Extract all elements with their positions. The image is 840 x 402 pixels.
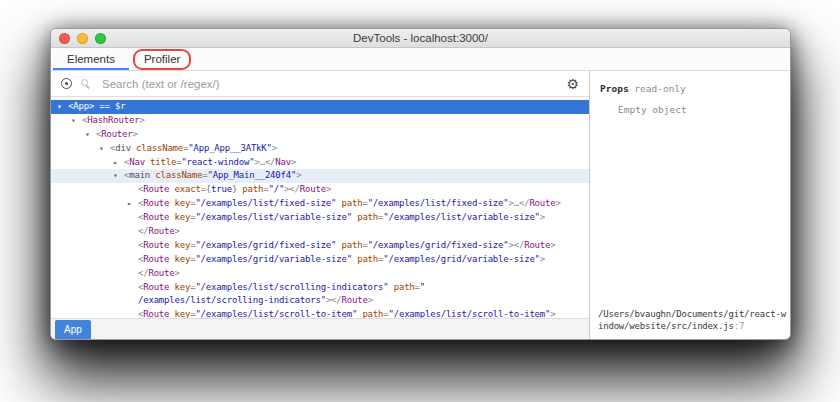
devtools-window: DevTools - localhost:3000/ ElementsProfi…: [50, 28, 791, 340]
collapse-arrow-icon[interactable]: ▾: [57, 100, 68, 114]
code-segment-tag: Route: [143, 254, 169, 264]
code-segment-bracket: >: [296, 170, 301, 180]
code-segment-value: "/examples/list/fixed-size": [368, 198, 509, 208]
code-segment-bracket: </: [265, 157, 275, 167]
code-segment-tag: Route: [524, 240, 550, 250]
tab-elements[interactable]: Elements: [53, 48, 129, 70]
collapse-arrow-icon[interactable]: ▾: [113, 169, 124, 183]
code-segment-attr: title: [145, 157, 176, 167]
code-segment-tag: HashRouter: [87, 115, 139, 125]
code-segment-attr: key: [169, 240, 190, 250]
props-title: Props: [600, 83, 629, 94]
tree-row[interactable]: <Route exact={true} path="/"></Route>: [51, 183, 589, 197]
code-segment-bracket: >: [550, 309, 555, 318]
expand-arrow-icon[interactable]: ▸: [113, 156, 124, 170]
tree-row[interactable]: <Route key="/examples/list/scrolling-ind…: [51, 281, 589, 295]
title-bar: DevTools - localhost:3000/: [51, 29, 790, 48]
code-segment-attr: path: [357, 309, 383, 318]
expand-arrow-icon[interactable]: ▸: [127, 197, 138, 211]
code-segment-bracket: ></: [509, 240, 525, 250]
code-segment-tag: Route: [529, 198, 555, 208]
tree-row[interactable]: /examples/list/scrolling-indicators"></R…: [51, 294, 589, 308]
code-segment-tag: Nav: [129, 157, 145, 167]
source-line: :7: [734, 321, 744, 331]
code-segment-value: /examples/list/scrolling-indicators": [138, 295, 326, 305]
element-tree: ▾<App> == $r▾<HashRouter>▾<Router>▾<div …: [51, 97, 589, 318]
minimize-button[interactable]: [77, 33, 88, 44]
code-segment-value: "/examples/grid/fixed-size": [368, 240, 509, 250]
code-segment-value: "/": [268, 184, 284, 194]
collapse-arrow-icon[interactable]: ▾: [71, 114, 82, 128]
code-segment-attr: className: [150, 170, 202, 180]
code-segment-host: div: [115, 143, 131, 153]
code-segment-bracket: >: [175, 226, 180, 236]
tab-bar: ElementsProfiler: [51, 48, 790, 71]
code-segment-tag: Route: [143, 240, 169, 250]
code-segment-attr: path: [352, 212, 378, 222]
component-breadcrumb-bar: App: [51, 318, 589, 340]
code-segment-value: "/examples/grid/fixed-size": [195, 240, 336, 250]
gear-icon[interactable]: ⚙: [566, 77, 579, 91]
code-segment-attr: path: [389, 282, 415, 292]
code-segment-attr: path: [336, 198, 362, 208]
code-segment-value: ": [420, 282, 425, 292]
tree-row[interactable]: <Route key="/examples/list/variable-size…: [51, 211, 589, 225]
code-segment-bracket: >: [326, 184, 331, 194]
code-segment-bracket: >: [556, 198, 561, 208]
tree-row[interactable]: </Route>: [51, 225, 589, 239]
code-segment-value: "App_App__3ATkK": [188, 143, 272, 153]
main-split: ⚙ ▾<App> == $r▾<HashRouter>▾<Router>▾<di…: [51, 71, 790, 340]
code-segment-attr: className: [131, 143, 183, 153]
tree-row[interactable]: <Route key="/examples/grid/variable-size…: [51, 253, 589, 267]
code-segment-plain: == $r: [94, 101, 125, 111]
collapse-arrow-icon[interactable]: ▾: [85, 128, 96, 142]
code-segment-attr: path: [336, 240, 362, 250]
code-segment-value: "react-window": [181, 157, 254, 167]
tree-row[interactable]: <Route key="/examples/grid/fixed-size" p…: [51, 239, 589, 253]
code-segment-bracket: >: [540, 254, 545, 264]
collapse-arrow-icon[interactable]: ▾: [99, 142, 110, 156]
code-segment-bracket: ></: [326, 295, 342, 305]
code-segment-attr: key: [169, 282, 190, 292]
code-segment-tag: Nav: [275, 157, 291, 167]
code-segment-tag: Router: [101, 129, 132, 139]
code-segment-bracket: </: [519, 198, 529, 208]
tree-row[interactable]: <Route key="/examples/list/scroll-to-ite…: [51, 308, 589, 318]
props-mode: read-only: [634, 83, 685, 94]
tree-row[interactable]: </Route>: [51, 267, 589, 281]
inspect-element-icon[interactable]: [61, 78, 72, 89]
code-segment-bracket: </: [138, 226, 148, 236]
tree-row[interactable]: ▾<div className="App_App__3ATkK">: [51, 142, 589, 156]
tree-row[interactable]: ▾<Router>: [51, 128, 589, 142]
code-segment-attr: exact: [169, 184, 200, 194]
code-segment-bracket: >: [272, 143, 277, 153]
code-segment-attr: path: [352, 254, 378, 264]
code-segment-value: "/examples/list/variable-size": [383, 212, 540, 222]
code-segment-tag: Route: [342, 295, 368, 305]
tree-row[interactable]: ▾<App> == $r: [51, 100, 589, 114]
code-segment-bracket: ></: [284, 184, 300, 194]
search-icon: [81, 79, 91, 89]
tree-row[interactable]: ▸<Route key="/examples/list/fixed-size" …: [51, 197, 589, 211]
tree-row[interactable]: ▸<Nav title="react-window">…</Nav>: [51, 156, 589, 170]
tree-row[interactable]: ▾<main className="App_Main__240f4">: [51, 169, 589, 183]
props-header: Props read-only: [590, 71, 790, 94]
code-segment-keyword: true: [211, 184, 232, 194]
component-badge-app[interactable]: App: [55, 320, 91, 340]
tree-row[interactable]: ▾<HashRouter>: [51, 114, 589, 128]
close-button[interactable]: [59, 33, 70, 44]
code-segment-value: "/examples/grid/variable-size": [383, 254, 540, 264]
code-segment-host: main: [129, 170, 150, 180]
search-input[interactable]: [100, 77, 557, 91]
zoom-button[interactable]: [95, 33, 106, 44]
props-panel: Props read-only Empty object /Users/bvau…: [590, 71, 790, 340]
code-segment-tag: Route: [143, 198, 169, 208]
code-segment-punct: ={: [201, 184, 211, 194]
code-segment-bracket: </: [138, 268, 148, 278]
code-segment-attr: key: [169, 198, 190, 208]
code-segment-tag: Route: [143, 282, 169, 292]
tab-profiler[interactable]: Profiler: [133, 49, 191, 70]
code-segment-bracket: >: [175, 268, 180, 278]
code-segment-attr: key: [169, 212, 190, 222]
source-location[interactable]: /Users/bvaughn/Documents/git/react-windo…: [598, 308, 786, 333]
